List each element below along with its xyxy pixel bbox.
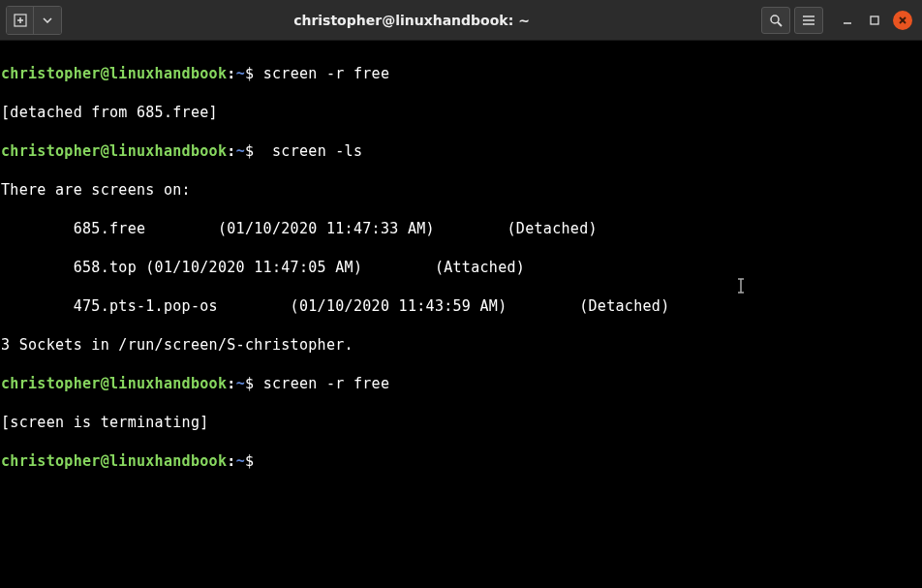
minimize-icon	[843, 15, 852, 25]
prompt-path: ~	[236, 142, 245, 160]
window-title: christopher@linuxhandbook: ~	[66, 13, 757, 28]
svg-point-3	[771, 15, 779, 23]
command-text: screen -ls	[254, 142, 362, 160]
prompt-symbol: $	[245, 65, 254, 82]
prompt-path: ~	[236, 452, 245, 470]
maximize-button[interactable]	[866, 12, 883, 29]
svg-line-4	[778, 22, 782, 26]
prompt-symbol: $	[245, 142, 254, 160]
titlebar: christopher@linuxhandbook: ~	[0, 0, 922, 41]
prompt-colon: :	[227, 452, 235, 470]
prompt-colon: :	[227, 142, 235, 160]
search-icon	[769, 14, 783, 27]
terminal-line: christopher@linuxhandbook:~$ screen -ls	[1, 141, 921, 161]
close-button[interactable]	[893, 11, 912, 30]
menu-button[interactable]	[794, 7, 823, 34]
terminal-output: There are screens on:	[1, 180, 921, 200]
tab-dropdown-button[interactable]	[34, 7, 61, 34]
svg-rect-9	[871, 16, 878, 24]
terminal-output: 685.free (01/10/2020 11:47:33 AM) (Detac…	[1, 219, 921, 238]
terminal-line: christopher@linuxhandbook:~$ screen -r f…	[1, 64, 921, 83]
terminal-output: 3 Sockets in /run/screen/S-christopher.	[1, 335, 921, 355]
prompt-symbol: $	[245, 375, 254, 392]
text-cursor-icon	[736, 277, 746, 294]
terminal-output: 475.pts-1.pop-os (01/10/2020 11:43:59 AM…	[1, 296, 921, 316]
prompt-colon: :	[227, 375, 235, 392]
command-text	[254, 452, 262, 470]
terminal-output: [detached from 685.free]	[1, 103, 921, 122]
toolbar-right	[761, 7, 916, 34]
new-tab-button[interactable]	[7, 7, 34, 34]
maximize-icon	[870, 15, 879, 25]
command-text: screen -r free	[254, 65, 389, 82]
new-tab-icon	[14, 14, 27, 27]
prompt-path: ~	[236, 375, 245, 392]
prompt-symbol: $	[245, 452, 254, 470]
prompt-path: ~	[236, 65, 245, 82]
tab-buttons-group	[6, 6, 62, 35]
terminal-body[interactable]: christopher@linuxhandbook:~$ screen -r f…	[0, 41, 922, 494]
terminal-output: [screen is terminating]	[1, 413, 921, 432]
hamburger-icon	[802, 15, 815, 26]
chevron-down-icon	[43, 17, 52, 23]
minimize-button[interactable]	[839, 12, 856, 29]
close-icon	[898, 15, 907, 25]
prompt-userhost: christopher@linuxhandbook	[1, 452, 227, 470]
search-button[interactable]	[761, 7, 790, 34]
terminal-output: 658.top (01/10/2020 11:47:05 AM) (Attach…	[1, 258, 921, 277]
prompt-userhost: christopher@linuxhandbook	[1, 65, 227, 82]
command-text: screen -r free	[254, 375, 389, 392]
prompt-colon: :	[227, 65, 235, 82]
prompt-userhost: christopher@linuxhandbook	[1, 375, 227, 392]
terminal-line: christopher@linuxhandbook:~$	[1, 451, 921, 471]
terminal-line: christopher@linuxhandbook:~$ screen -r f…	[1, 374, 921, 393]
window-controls	[839, 11, 912, 30]
prompt-userhost: christopher@linuxhandbook	[1, 142, 227, 160]
